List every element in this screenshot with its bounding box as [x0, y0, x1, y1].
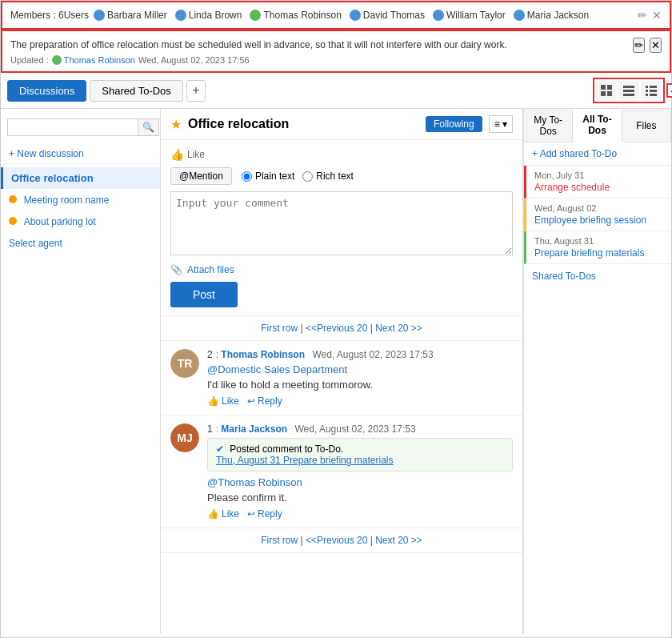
rich-text-option[interactable]: Rich text — [302, 171, 354, 182]
todo-date-1: Mon, July 31 — [534, 171, 663, 180]
avatar-thomas-face: TR — [170, 349, 199, 378]
like-label: Like — [187, 149, 205, 160]
member-icon-maria — [514, 10, 525, 21]
add-shared-todo-button[interactable]: + Add shared To-Do — [524, 142, 671, 166]
view-grid-button[interactable] — [596, 81, 617, 100]
comment-like-1[interactable]: 👍 Like — [207, 508, 239, 520]
following-badge: Following — [426, 116, 482, 132]
attach-icon: 📎 — [170, 264, 182, 275]
todo-title-1[interactable]: Arrange schedule — [534, 182, 663, 193]
comment-textarea[interactable] — [170, 191, 513, 255]
notice-bar: The preparation of office relocation mus… — [1, 30, 671, 73]
todo-item-2: Wed, August 02 Employee briefing session — [524, 199, 671, 231]
dot-meeting-room — [9, 195, 17, 203]
sidebar: 5 🔍 + New discussion Office relocation M… — [1, 109, 161, 634]
discussion-link-parking-lot[interactable]: About parking lot — [24, 216, 96, 227]
search-input[interactable] — [7, 118, 138, 136]
shared-todos-section[interactable]: Shared To-Dos — [524, 264, 671, 288]
todo-link[interactable]: Thu, August 31 Prepare briefing material… — [216, 455, 393, 466]
todo-link-title: Prepare briefing materials — [283, 455, 393, 466]
tab-all-todos[interactable]: All To-Dos — [573, 109, 622, 142]
member-name-william: William Taylor — [446, 10, 506, 21]
todo-title-2[interactable]: Employee briefing session — [534, 215, 663, 226]
comment-num-1: 1 — [207, 423, 213, 435]
svg-rect-0 — [601, 85, 606, 90]
comment-area: 👍 Like @Mention Plain text Ri — [161, 140, 522, 316]
notice-text: The preparation of office relocation mus… — [10, 38, 662, 52]
discussion-title: Office relocation — [188, 117, 426, 131]
post-button[interactable]: Post — [170, 282, 238, 307]
discussion-item-office-relocation[interactable]: Office relocation — [1, 167, 160, 189]
plain-text-option[interactable]: Plain text — [242, 171, 294, 182]
mention-button[interactable]: @Mention — [170, 167, 232, 185]
comment-author-1: Maria Jackson — [221, 423, 287, 435]
member-icon-william — [433, 10, 444, 21]
updater-icon — [52, 55, 62, 65]
comment-reply-2[interactable]: ↩ Reply — [247, 395, 282, 407]
next-link-bottom[interactable]: Next 20 >> — [375, 535, 422, 546]
comment-author-2: Thomas Robinson — [221, 349, 305, 360]
comment-meta-2: 2: Thomas Robinson Wed, August 02, 2023 … — [207, 349, 513, 360]
discussion-item-select-agent[interactable]: Select agent — [1, 232, 160, 254]
svg-rect-8 — [650, 86, 657, 88]
star-icon[interactable]: ★ — [170, 117, 182, 132]
comment-reply-1[interactable]: ↩ Reply — [247, 508, 282, 520]
tab-discussions[interactable]: Discussions — [7, 80, 86, 102]
discussion-link-meeting-room[interactable]: Meeting room name — [24, 195, 110, 206]
todo-title-3[interactable]: Prepare briefing materials — [534, 247, 663, 259]
member-linda: Linda Brown — [175, 10, 242, 21]
discussion-link-select-agent[interactable]: Select agent — [9, 238, 62, 249]
svg-rect-5 — [623, 90, 634, 92]
comment-item-2: TR 2: Thomas Robinson Wed, August 02, 20… — [161, 341, 522, 415]
first-row-link[interactable]: First row — [261, 323, 298, 334]
list-view-icon — [622, 84, 635, 97]
prev-link[interactable]: <<Previous 20 — [306, 323, 367, 334]
comment-body-1: 1: Maria Jackson Wed, August 02, 2023 17… — [207, 423, 513, 520]
members-edit-button[interactable]: ✏ — [638, 9, 647, 22]
member-david: David Thomas — [350, 10, 425, 21]
member-maria: Maria Jackson — [514, 10, 589, 21]
svg-rect-7 — [646, 86, 648, 88]
rich-text-radio[interactable] — [302, 171, 313, 182]
notice-edit-button[interactable]: ✏ — [633, 38, 645, 53]
notice-footer: Updated : Thomas Robinson Wed, August 02… — [10, 55, 662, 65]
member-name-maria: Maria Jackson — [527, 10, 589, 21]
updater-name: Thomas Robinson — [64, 55, 135, 65]
view-list-button[interactable] — [618, 81, 639, 100]
svg-rect-6 — [623, 94, 634, 96]
plain-text-radio[interactable] — [242, 171, 252, 182]
svg-rect-2 — [601, 91, 606, 96]
member-name-david: David Thomas — [363, 10, 425, 21]
tab-files[interactable]: Files — [622, 109, 671, 142]
badge-4: 4 — [666, 83, 672, 98]
tab-add-button[interactable]: + — [186, 80, 206, 102]
member-name-barbara: Barbara Miller — [107, 10, 167, 21]
discussion-item-parking-lot[interactable]: About parking lot — [1, 211, 160, 232]
check-icon: ✔ — [216, 443, 224, 455]
comment-actions-1: 👍 Like ↩ Reply — [207, 508, 513, 520]
todo-item-1: Mon, July 31 Arrange schedule — [524, 166, 671, 199]
tab-shared-todos[interactable]: Shared To-Dos — [90, 80, 182, 102]
attach-row[interactable]: 📎 Attach files — [170, 264, 513, 275]
search-button[interactable]: 🔍 — [138, 118, 159, 136]
main-area: 5 🔍 + New discussion Office relocation M… — [1, 109, 671, 634]
first-row-link-bottom[interactable]: First row — [261, 535, 298, 546]
prev-link-bottom[interactable]: <<Previous 20 — [306, 535, 367, 546]
tab-my-todos[interactable]: My To-Dos — [524, 109, 573, 142]
new-discussion-button[interactable]: + New discussion — [1, 144, 160, 164]
next-link[interactable]: Next 20 >> — [375, 323, 422, 334]
members-close-button[interactable]: ✕ — [652, 9, 662, 22]
discussion-menu-button[interactable]: ≡ ▾ — [489, 115, 513, 133]
comment-like-2[interactable]: 👍 Like — [207, 395, 239, 407]
members-bar-actions: ✏ ✕ — [638, 9, 662, 22]
comment-mention-2: @Domestic Sales Department — [207, 363, 513, 375]
grid-view-icon — [600, 84, 613, 97]
comment-date-2: Wed, August 02, 2023 17:53 — [312, 349, 433, 360]
rich-text-label: Rich text — [316, 171, 354, 182]
svg-rect-3 — [607, 91, 612, 96]
pagination-bottom: First row | <<Previous 20 | Next 20 >> — [161, 528, 522, 553]
view-detail-button[interactable] — [641, 81, 662, 100]
notice-close-button[interactable]: ✕ — [650, 38, 662, 53]
discussion-item-meeting-room[interactable]: Meeting room name — [1, 189, 160, 211]
tabs-row: 3 Discussions Shared To-Dos + 4 — [1, 73, 671, 109]
